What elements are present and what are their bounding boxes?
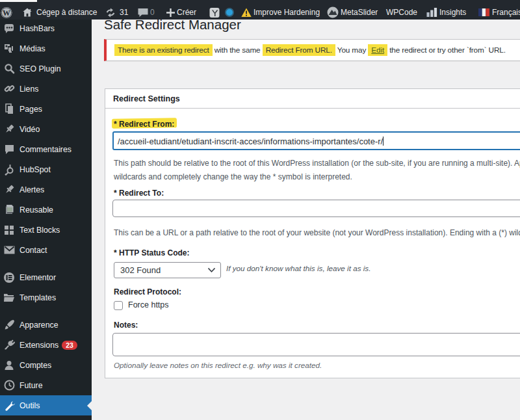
svg-text:W: W <box>3 8 10 17</box>
